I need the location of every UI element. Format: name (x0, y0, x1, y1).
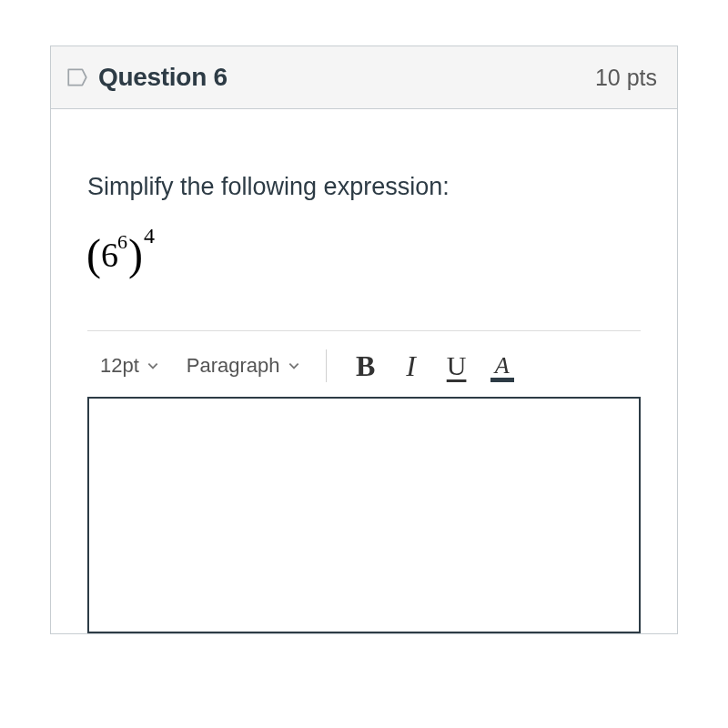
text-color-icon: A (495, 352, 510, 379)
left-paren: ( (86, 230, 101, 278)
block-format-label: Paragraph (187, 354, 280, 378)
editor-toolbar: 12pt Paragraph B I U A (87, 340, 641, 391)
chevron-down-icon (288, 359, 300, 372)
inner-exponent: 6 (117, 230, 127, 253)
question-body: Simplify the following expression: (66)4… (51, 109, 677, 633)
font-size-label: 12pt (100, 354, 139, 378)
toolbar-divider (87, 330, 641, 331)
question-prompt: Simplify the following expression: (87, 173, 641, 201)
question-points: 10 pts (595, 65, 657, 91)
text-color-swatch (490, 378, 514, 382)
italic-button[interactable]: I (389, 348, 434, 384)
question-header: Question 6 10 pts (51, 46, 677, 109)
answer-editor[interactable] (87, 397, 641, 633)
chevron-down-icon (147, 359, 159, 372)
underline-icon: U (447, 350, 467, 381)
bold-icon: B (356, 349, 375, 383)
question-title: Question 6 (98, 63, 228, 92)
text-color-button[interactable]: A (480, 348, 525, 384)
base-number: 6 (101, 236, 118, 274)
toolbar-separator (326, 349, 327, 382)
bold-button[interactable]: B (343, 348, 389, 384)
bookmark-icon (66, 66, 89, 89)
underline-button[interactable]: U (434, 348, 480, 384)
font-size-select[interactable]: 12pt (91, 349, 168, 383)
math-expression: (66)4 (86, 230, 641, 274)
block-format-select[interactable]: Paragraph (177, 349, 309, 383)
right-paren: ) (128, 230, 143, 278)
outer-exponent: 4 (144, 224, 155, 248)
italic-icon: I (406, 349, 416, 383)
question-card: Question 6 10 pts Simplify the following… (50, 46, 678, 634)
